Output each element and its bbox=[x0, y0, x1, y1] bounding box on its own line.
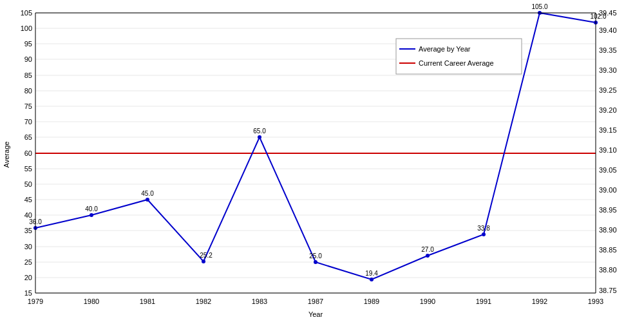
svg-text:1980: 1980 bbox=[84, 298, 99, 305]
svg-text:70: 70 bbox=[24, 118, 32, 126]
svg-text:102.0: 102.0 bbox=[590, 13, 606, 20]
svg-text:25: 25 bbox=[24, 258, 32, 266]
svg-text:1979: 1979 bbox=[28, 298, 43, 305]
svg-text:50: 50 bbox=[24, 180, 32, 188]
svg-point-61 bbox=[482, 232, 486, 236]
svg-text:95: 95 bbox=[24, 40, 32, 48]
svg-text:38.90: 38.90 bbox=[599, 226, 617, 234]
svg-point-54 bbox=[90, 213, 93, 217]
svg-text:1987: 1987 bbox=[308, 298, 323, 305]
svg-text:90: 90 bbox=[24, 55, 32, 63]
svg-text:39.10: 39.10 bbox=[599, 146, 617, 154]
svg-text:1982: 1982 bbox=[196, 298, 211, 305]
svg-text:65.0: 65.0 bbox=[253, 128, 266, 135]
svg-text:85: 85 bbox=[24, 71, 32, 79]
svg-text:40.0: 40.0 bbox=[85, 205, 98, 213]
svg-text:25.0: 25.0 bbox=[309, 252, 322, 260]
svg-point-58 bbox=[314, 260, 317, 264]
left-y-axis: 105 100 95 90 85 80 75 70 65 60 55 50 45… bbox=[21, 9, 32, 297]
svg-text:80: 80 bbox=[24, 87, 32, 95]
svg-point-60 bbox=[426, 254, 430, 258]
legend-blue-label: Average by Year bbox=[419, 45, 471, 53]
svg-point-56 bbox=[202, 260, 205, 263]
svg-text:30: 30 bbox=[24, 243, 32, 251]
chart-svg: 105 100 95 90 85 80 75 70 65 60 55 50 45… bbox=[0, 0, 644, 322]
svg-point-55 bbox=[146, 198, 149, 202]
svg-text:1981: 1981 bbox=[140, 298, 155, 305]
svg-text:1989: 1989 bbox=[364, 298, 379, 305]
svg-text:38.80: 38.80 bbox=[599, 266, 617, 274]
svg-text:39.30: 39.30 bbox=[599, 66, 617, 74]
svg-text:20: 20 bbox=[24, 274, 32, 281]
svg-text:25.2: 25.2 bbox=[200, 252, 213, 259]
svg-text:45: 45 bbox=[24, 196, 32, 204]
svg-text:39.05: 39.05 bbox=[599, 166, 617, 174]
svg-text:65: 65 bbox=[24, 133, 32, 141]
svg-text:38.75: 38.75 bbox=[599, 287, 617, 294]
svg-text:75: 75 bbox=[24, 102, 32, 110]
right-y-axis: 39.45 39.40 39.35 39.30 39.25 39.20 39.1… bbox=[599, 9, 617, 294]
svg-text:33.8: 33.8 bbox=[477, 225, 490, 232]
svg-text:39.35: 39.35 bbox=[599, 46, 617, 54]
legend-box bbox=[396, 39, 522, 74]
svg-text:1983: 1983 bbox=[252, 298, 267, 305]
svg-text:100: 100 bbox=[21, 24, 32, 32]
svg-text:55: 55 bbox=[24, 165, 32, 173]
svg-text:39.20: 39.20 bbox=[599, 106, 617, 114]
svg-text:45.0: 45.0 bbox=[141, 190, 154, 197]
svg-text:1992: 1992 bbox=[532, 298, 547, 305]
svg-text:105: 105 bbox=[21, 9, 32, 17]
svg-text:1991: 1991 bbox=[476, 298, 491, 305]
x-axis-label: Year bbox=[308, 310, 323, 318]
svg-text:19.4: 19.4 bbox=[365, 270, 378, 277]
svg-text:39.15: 39.15 bbox=[599, 126, 617, 134]
svg-point-59 bbox=[370, 278, 374, 281]
svg-point-57 bbox=[258, 135, 261, 139]
y-axis-left-label: Average bbox=[3, 142, 10, 168]
svg-text:35: 35 bbox=[24, 227, 32, 234]
svg-text:15: 15 bbox=[24, 289, 32, 297]
svg-text:39.00: 39.00 bbox=[599, 186, 617, 194]
chart-container: 105 100 95 90 85 80 75 70 65 60 55 50 45… bbox=[0, 0, 644, 322]
svg-text:38.85: 38.85 bbox=[599, 246, 617, 254]
svg-text:38.95: 38.95 bbox=[599, 206, 617, 214]
x-axis-labels: 1979 1980 1981 1982 1983 1987 1989 1990 … bbox=[28, 298, 603, 305]
svg-text:39.40: 39.40 bbox=[599, 26, 617, 34]
svg-text:1990: 1990 bbox=[420, 298, 435, 305]
svg-text:105.0: 105.0 bbox=[531, 3, 547, 10]
svg-text:39.25: 39.25 bbox=[599, 86, 617, 94]
svg-text:27.0: 27.0 bbox=[421, 246, 434, 253]
legend-red-label: Current Career Average bbox=[419, 59, 494, 67]
svg-text:1993: 1993 bbox=[588, 298, 603, 305]
svg-text:60: 60 bbox=[24, 149, 32, 157]
